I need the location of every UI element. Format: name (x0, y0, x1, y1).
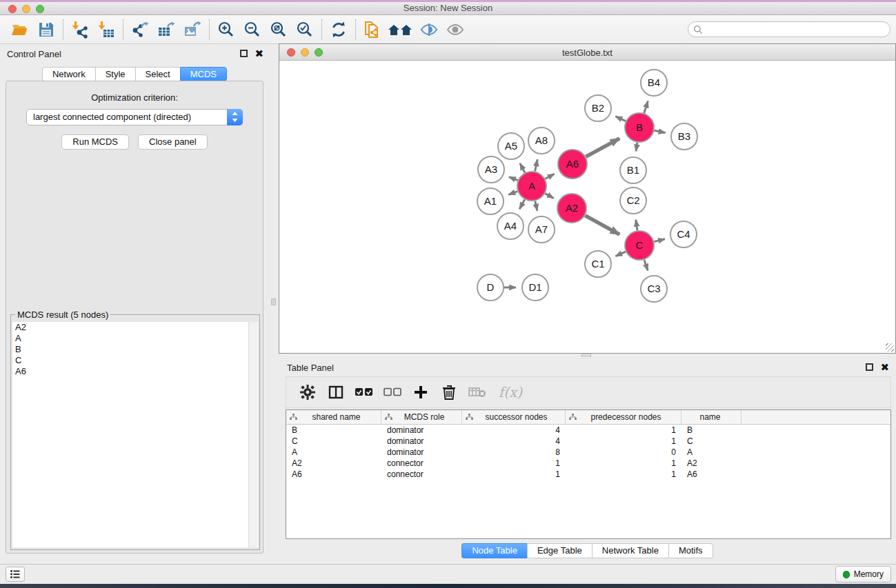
vertical-splitter[interactable] (269, 44, 279, 564)
function-builder-icon[interactable]: f(x) (495, 381, 526, 404)
tab-node-table[interactable]: Node Table (461, 543, 527, 558)
table-row[interactable]: Adominator80A (286, 447, 890, 458)
graph-node-C1[interactable]: C1 (585, 251, 611, 277)
graph-node-B[interactable]: B (625, 113, 654, 142)
close-panel-button[interactable]: Close panel (138, 134, 208, 150)
graph-edge-A-A7[interactable] (535, 201, 537, 210)
graph-edge-A-A5[interactable] (520, 163, 525, 173)
select-all-rows-icon[interactable] (354, 381, 375, 404)
tab-network[interactable]: Network (42, 67, 95, 81)
zoom-selected-icon[interactable] (292, 18, 318, 41)
column-header-MCDS-role[interactable]: MCDS role (381, 410, 462, 424)
graph-edge-C-C1[interactable] (616, 252, 626, 256)
graph-node-C[interactable]: C (625, 231, 654, 260)
graph-edge-A-A4[interactable] (519, 199, 524, 209)
tab-style[interactable]: Style (95, 67, 135, 81)
graph-edge-C-C2[interactable] (636, 220, 637, 230)
export-table-icon[interactable] (153, 18, 179, 41)
hide-graphics-details-icon[interactable] (416, 18, 442, 41)
graph-node-B4[interactable]: B4 (641, 70, 667, 96)
tab-motifs[interactable]: Motifs (668, 543, 713, 558)
graph-edge-A-A2[interactable] (545, 194, 553, 199)
graph-edge-C-C3[interactable] (644, 260, 648, 271)
graph-node-A3[interactable]: A3 (478, 156, 504, 183)
deselect-all-rows-icon[interactable] (382, 381, 403, 404)
show-graphics-details-icon[interactable] (442, 18, 468, 41)
graph-edge-A2-C[interactable] (585, 216, 619, 234)
graph-node-A2[interactable]: A2 (557, 194, 586, 223)
close-panel-icon[interactable]: ✖ (255, 48, 263, 59)
delete-table-icon[interactable] (467, 381, 488, 404)
import-table-icon[interactable] (93, 18, 119, 41)
float-table-panel-icon[interactable] (866, 363, 873, 371)
mcds-result-list[interactable]: A2ABCA6 (12, 322, 258, 547)
graph-edge-B-B4[interactable] (644, 101, 648, 113)
graph-edge-A-A1[interactable] (508, 192, 517, 195)
table-row[interactable]: Cdominator41C (286, 436, 890, 447)
network-file-icon[interactable] (359, 18, 386, 41)
result-list-scrollbar[interactable] (248, 322, 257, 547)
result-item[interactable]: B (12, 344, 258, 355)
delete-row-icon[interactable] (439, 381, 459, 404)
graph-edge-B-B1[interactable] (636, 143, 637, 152)
task-history-button[interactable] (6, 567, 25, 582)
zoom-fit-icon[interactable] (266, 18, 292, 41)
tab-network-table[interactable]: Network Table (592, 543, 668, 558)
graph-node-A5[interactable]: A5 (498, 133, 524, 159)
graph-edge-A6-B[interactable] (586, 139, 619, 157)
graph-node-A6[interactable]: A6 (558, 150, 587, 179)
run-mcds-button[interactable]: Run MCDS (61, 134, 129, 150)
column-header-shared-name[interactable]: shared name (286, 410, 381, 424)
tab-edge-table[interactable]: Edge Table (527, 543, 592, 558)
search-input[interactable] (703, 23, 890, 36)
float-panel-icon[interactable] (240, 50, 248, 57)
close-table-panel-icon[interactable]: ✖ (880, 362, 889, 372)
column-header-predecessor-nodes[interactable]: predecessor nodes (566, 410, 681, 424)
graph-node-A[interactable]: A (517, 172, 546, 201)
graph-edge-A-A6[interactable] (545, 174, 554, 179)
zoom-out-icon[interactable] (239, 18, 266, 41)
splitter-grip[interactable] (271, 298, 276, 305)
graph-node-A8[interactable]: A8 (528, 128, 555, 154)
table-row[interactable]: A6connector11A6 (286, 469, 890, 480)
tab-select[interactable]: Select (135, 67, 180, 81)
graph-node-C3[interactable]: C3 (641, 276, 667, 302)
graph-edge-B-B2[interactable] (615, 116, 626, 121)
settings-gear-icon[interactable] (297, 381, 318, 404)
table-row[interactable]: Bdominator41B (286, 425, 890, 436)
column-insert-icon[interactable] (326, 381, 346, 404)
import-network-icon[interactable] (67, 18, 93, 41)
graph-node-B1[interactable]: B1 (620, 157, 646, 183)
result-item[interactable]: C (12, 355, 258, 366)
graph-edge-C-C4[interactable] (654, 239, 664, 242)
home-icon[interactable] (386, 18, 416, 41)
network-window-titlebar[interactable]: testGlobe.txt (279, 44, 895, 61)
graph-node-B3[interactable]: B3 (671, 123, 697, 150)
graph-node-D1[interactable]: D1 (522, 274, 548, 301)
search-field[interactable] (688, 21, 890, 37)
graph-node-C2[interactable]: C2 (620, 187, 646, 214)
zoom-in-icon[interactable] (213, 18, 239, 41)
graph-node-B2[interactable]: B2 (585, 95, 611, 121)
refresh-icon[interactable] (326, 18, 352, 41)
graph-node-A4[interactable]: A4 (497, 213, 524, 239)
graph-node-A1[interactable]: A1 (477, 188, 504, 214)
table-row[interactable]: A2connector11A2 (286, 458, 890, 469)
criterion-dropdown[interactable]: largest connected component (directed) (26, 109, 243, 125)
result-item[interactable]: A6 (12, 366, 258, 377)
save-session-icon[interactable] (33, 18, 59, 41)
network-canvas[interactable]: B4B2BB3A8A5A6A3B1AA1C2A2A4A7C4CC1C3DD1 (279, 61, 895, 353)
graph-edge-B-B3[interactable] (655, 130, 666, 132)
column-header-successor-nodes[interactable]: successor nodes (462, 410, 566, 424)
export-image-icon[interactable] (179, 18, 206, 41)
add-row-icon[interactable] (410, 381, 431, 404)
memory-button[interactable]: Memory (835, 566, 891, 582)
graph-edge-A-A8[interactable] (535, 159, 538, 171)
graph-node-D[interactable]: D (477, 274, 504, 301)
open-file-icon[interactable] (7, 18, 33, 41)
result-item[interactable]: A2 (12, 322, 258, 333)
graph-node-A7[interactable]: A7 (528, 216, 555, 243)
graph-node-C4[interactable]: C4 (670, 221, 697, 247)
column-header-name[interactable]: name (681, 410, 741, 424)
tab-mcds[interactable]: MCDS (180, 67, 227, 81)
